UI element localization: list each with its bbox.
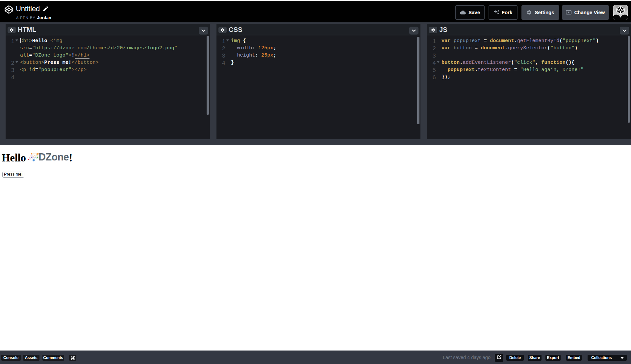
svg-text:DZone: DZone — [38, 151, 69, 162]
